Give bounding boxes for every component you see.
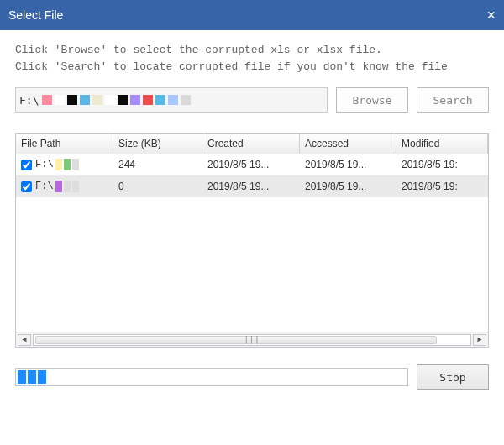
instructions: Click 'Browse' to select the corrupted x… — [15, 42, 489, 76]
stop-button[interactable]: Stop — [417, 364, 489, 390]
col-created[interactable]: Created — [202, 134, 300, 154]
row-checkbox[interactable] — [21, 181, 32, 192]
progress-bar — [15, 368, 408, 386]
scroll-left-icon[interactable]: ◄ — [18, 334, 31, 346]
col-size[interactable]: Size (KB) — [113, 134, 202, 154]
progress-segment — [38, 370, 46, 384]
cell-size: 244 — [113, 159, 202, 170]
cell-accessed: 2019/8/5 19... — [300, 181, 396, 192]
titlebar: Select File × — [0, 0, 504, 30]
browse-button[interactable]: Browse — [336, 87, 408, 113]
cell-accessed: 2019/8/5 19... — [300, 159, 396, 170]
table-header: File Path Size (KB) Created Accessed Mod… — [16, 134, 488, 154]
col-accessed[interactable]: Accessed — [300, 134, 396, 154]
cell-created: 2019/8/5 19... — [202, 181, 300, 192]
cell-size: 0 — [113, 181, 202, 192]
cell-file-path: F:\ — [16, 181, 113, 192]
instruction-line-2: Click 'Search' to locate corrupted file … — [15, 59, 489, 76]
col-file-path[interactable]: File Path — [16, 134, 113, 154]
col-modified[interactable]: Modified — [396, 134, 488, 154]
file-path-blurred-content — [42, 92, 323, 107]
scroll-right-icon[interactable]: ► — [473, 334, 486, 346]
row-path-blurred — [55, 159, 79, 170]
progress-segment — [28, 370, 36, 384]
cell-created: 2019/8/5 19... — [202, 159, 300, 170]
scroll-thumb[interactable] — [35, 336, 437, 344]
row-checkbox[interactable] — [21, 160, 32, 170]
row-path-prefix: F:\ — [35, 159, 54, 170]
row-path-blurred — [55, 181, 79, 192]
select-file-dialog: Select File × Click 'Browse' to select t… — [0, 0, 504, 445]
file-path-input[interactable]: F:\ — [15, 87, 328, 113]
scroll-grip-icon: ||| — [244, 336, 260, 344]
instruction-line-1: Click 'Browse' to select the corrupted x… — [15, 42, 489, 59]
progress-segment — [18, 370, 26, 384]
scroll-track[interactable]: ||| — [33, 334, 471, 346]
window-title: Select File — [8, 8, 462, 22]
cell-file-path: F:\ — [16, 159, 113, 170]
table-row[interactable]: F:\2442019/8/5 19...2019/8/5 19...2019/8… — [16, 154, 488, 175]
close-icon[interactable]: × — [462, 7, 496, 24]
row-path-prefix: F:\ — [35, 181, 54, 192]
cell-modified: 2019/8/5 19: — [396, 181, 488, 192]
cell-modified: 2019/8/5 19: — [396, 159, 488, 170]
horizontal-scrollbar[interactable]: ◄ ||| ► — [16, 332, 488, 347]
table-body: F:\2442019/8/5 19...2019/8/5 19...2019/8… — [16, 154, 488, 332]
table-row[interactable]: F:\02019/8/5 19...2019/8/5 19...2019/8/5… — [16, 175, 488, 197]
file-results-table: File Path Size (KB) Created Accessed Mod… — [15, 133, 489, 348]
file-path-prefix: F:\ — [19, 94, 42, 107]
search-button[interactable]: Search — [417, 87, 489, 113]
